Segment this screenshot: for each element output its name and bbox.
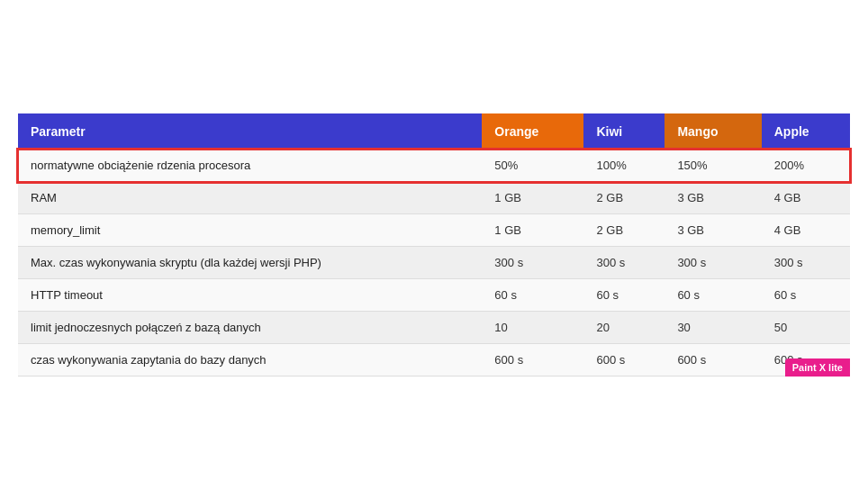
mango-cell: 60 s	[665, 279, 761, 312]
table-row: limit jednoczesnych połączeń z bazą dany…	[18, 312, 850, 344]
header-kiwi: Kiwi	[583, 113, 665, 150]
table-row: HTTP timeout60 s60 s60 s60 s	[18, 279, 850, 312]
mango-cell: 3 GB	[665, 214, 761, 247]
apple-cell: 60 s	[762, 279, 850, 312]
orange-cell: 50%	[482, 150, 583, 182]
comparison-table: Parametr Orange Kiwi Mango Apple normaty…	[18, 113, 850, 377]
kiwi-cell: 2 GB	[583, 214, 665, 247]
param-cell: Max. czas wykonywania skryptu (dla każde…	[18, 247, 482, 279]
orange-cell: 300 s	[482, 247, 583, 279]
paint-badge: Paint X lite	[785, 358, 850, 377]
header-mango: Mango	[665, 113, 761, 150]
table-row: normatywne obciążenie rdzenia procesora5…	[18, 150, 850, 182]
apple-cell: 4 GB	[762, 182, 850, 214]
apple-cell: 300 s	[762, 247, 850, 279]
header-apple: Apple	[762, 113, 850, 150]
apple-cell: 4 GB	[762, 214, 850, 247]
table-row: RAM1 GB2 GB3 GB4 GB	[18, 182, 850, 214]
kiwi-cell: 100%	[583, 150, 665, 182]
kiwi-cell: 300 s	[583, 247, 665, 279]
mango-cell: 3 GB	[665, 182, 761, 214]
kiwi-cell: 600 s	[583, 344, 665, 377]
param-cell: czas wykonywania zapytania do bazy danyc…	[18, 344, 482, 377]
comparison-table-wrapper: Parametr Orange Kiwi Mango Apple normaty…	[18, 113, 850, 377]
orange-cell: 1 GB	[482, 182, 583, 214]
param-cell: RAM	[18, 182, 482, 214]
table-row: czas wykonywania zapytania do bazy danyc…	[18, 344, 850, 377]
param-cell: limit jednoczesnych połączeń z bazą dany…	[18, 312, 482, 344]
apple-cell: 50	[762, 312, 850, 344]
table-row: Max. czas wykonywania skryptu (dla każde…	[18, 247, 850, 279]
mango-cell: 300 s	[665, 247, 761, 279]
mango-cell: 150%	[665, 150, 761, 182]
param-cell: HTTP timeout	[18, 279, 482, 312]
kiwi-cell: 2 GB	[583, 182, 665, 214]
kiwi-cell: 20	[583, 312, 665, 344]
param-cell: memory_limit	[18, 214, 482, 247]
mango-cell: 30	[665, 312, 761, 344]
orange-cell: 10	[482, 312, 583, 344]
table-header-row: Parametr Orange Kiwi Mango Apple	[18, 113, 850, 150]
orange-cell: 60 s	[482, 279, 583, 312]
apple-cell: 200%	[762, 150, 850, 182]
orange-cell: 600 s	[482, 344, 583, 377]
orange-cell: 1 GB	[482, 214, 583, 247]
header-parametr: Parametr	[18, 113, 482, 150]
param-cell: normatywne obciążenie rdzenia procesora	[18, 150, 482, 182]
kiwi-cell: 60 s	[583, 279, 665, 312]
header-orange: Orange	[482, 113, 583, 150]
mango-cell: 600 s	[665, 344, 761, 377]
table-row: memory_limit1 GB2 GB3 GB4 GB	[18, 214, 850, 247]
